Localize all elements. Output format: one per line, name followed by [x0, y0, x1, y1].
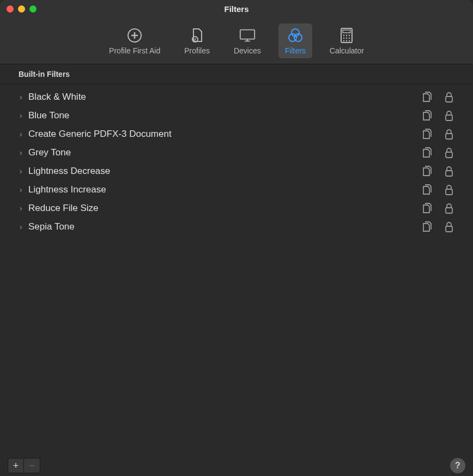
filter-row[interactable]: › Reduce File Size — [0, 199, 473, 218]
svg-rect-24 — [446, 152, 452, 158]
lock-icon — [444, 110, 454, 122]
row-actions — [422, 110, 462, 122]
duplicate-icon[interactable] — [422, 110, 433, 122]
titlebar: Filters Profile First Aid Profiles Devic… — [0, 0, 473, 64]
traffic-lights — [0, 5, 37, 13]
filter-row[interactable]: › Grey Tone — [0, 143, 473, 162]
row-actions — [422, 165, 462, 177]
lock-icon — [444, 165, 454, 177]
lock-icon — [444, 184, 454, 196]
row-actions — [422, 184, 462, 196]
svg-rect-28 — [446, 226, 452, 232]
row-actions — [422, 202, 462, 214]
filter-row[interactable]: › Lightness Decrease — [0, 162, 473, 180]
chevron-right-icon[interactable]: › — [20, 185, 22, 194]
close-button[interactable] — [7, 5, 14, 13]
svg-point-15 — [343, 37, 344, 38]
filter-name: Reduce File Size — [28, 203, 422, 214]
toolbar-item-label: Profiles — [184, 46, 210, 55]
rings-icon — [287, 27, 304, 44]
plus-circle-icon — [126, 27, 143, 44]
toolbar: Profile First Aid Profiles Devices Filte… — [0, 17, 473, 64]
svg-point-14 — [349, 34, 350, 35]
remove-filter-button[interactable]: − — [24, 458, 40, 473]
footer: + − ? — [0, 455, 473, 476]
svg-rect-21 — [446, 97, 452, 102]
duplicate-icon[interactable] — [422, 128, 433, 140]
filter-name: Lightness Increase — [28, 184, 422, 195]
chevron-right-icon[interactable]: › — [20, 167, 22, 176]
svg-rect-23 — [446, 134, 452, 139]
toolbar-item-label: Devices — [234, 46, 261, 55]
filter-row[interactable]: › Lightness Increase — [0, 180, 473, 199]
duplicate-icon[interactable] — [422, 202, 433, 214]
chevron-right-icon[interactable]: › — [20, 148, 22, 157]
svg-rect-26 — [446, 189, 452, 195]
filter-name: Create Generic PDFX-3 Document — [28, 129, 422, 140]
lock-icon — [444, 202, 454, 214]
duplicate-icon[interactable] — [422, 221, 433, 233]
filter-name: Blue Tone — [28, 110, 422, 121]
toolbar-item-filters[interactable]: Filters — [278, 23, 312, 58]
duplicate-icon[interactable] — [422, 184, 433, 196]
help-button[interactable]: ? — [450, 458, 465, 473]
svg-rect-27 — [446, 208, 452, 213]
toolbar-item-label: Filters — [285, 46, 306, 55]
filter-list: › Black & White › Blue Tone › Create Gen… — [0, 85, 473, 455]
svg-point-19 — [346, 40, 347, 41]
svg-point-18 — [343, 40, 344, 41]
add-filter-button[interactable]: + — [8, 458, 24, 473]
lock-icon — [444, 128, 454, 140]
svg-point-12 — [343, 34, 344, 35]
row-actions — [422, 147, 462, 159]
footer-left: + − — [8, 458, 40, 473]
svg-rect-11 — [343, 30, 350, 33]
svg-point-17 — [349, 37, 350, 38]
svg-rect-25 — [446, 171, 452, 176]
duplicate-icon[interactable] — [422, 91, 433, 103]
filter-name: Black & White — [28, 92, 422, 103]
filter-row[interactable]: › Blue Tone — [0, 106, 473, 125]
maximize-button[interactable] — [29, 5, 37, 13]
duplicate-icon[interactable] — [422, 165, 433, 177]
window-title: Filters — [0, 4, 473, 14]
minimize-button[interactable] — [18, 5, 25, 13]
toolbar-item-label: Calculator — [330, 46, 364, 55]
calculator-icon — [338, 27, 355, 44]
duplicate-icon[interactable] — [422, 147, 433, 159]
chevron-right-icon[interactable]: › — [20, 204, 22, 213]
lock-icon — [444, 91, 454, 103]
svg-point-13 — [346, 34, 347, 35]
chevron-right-icon[interactable]: › — [20, 130, 22, 138]
section-header: Built-in Filters — [0, 64, 473, 85]
svg-rect-22 — [446, 115, 452, 120]
row-actions — [422, 221, 462, 233]
filter-row[interactable]: › Sepia Tone — [0, 218, 473, 236]
title-row: Filters — [0, 0, 473, 17]
row-actions — [422, 128, 462, 140]
profile-doc-icon — [189, 27, 206, 44]
toolbar-item-label: Profile First Aid — [109, 46, 160, 55]
filter-name: Sepia Tone — [28, 221, 422, 232]
toolbar-item-profiles[interactable]: Profiles — [178, 23, 216, 58]
app-window: Filters Profile First Aid Profiles Devic… — [0, 0, 473, 476]
toolbar-item-profile-first-aid[interactable]: Profile First Aid — [102, 23, 167, 58]
lock-icon — [444, 221, 454, 233]
filter-row[interactable]: › Black & White — [0, 88, 473, 106]
filter-name: Lightness Decrease — [28, 166, 422, 177]
chevron-right-icon[interactable]: › — [20, 111, 22, 120]
chevron-right-icon[interactable]: › — [20, 222, 22, 231]
svg-rect-4 — [240, 29, 254, 39]
svg-point-16 — [346, 37, 347, 38]
filter-row[interactable]: › Create Generic PDFX-3 Document — [0, 125, 473, 143]
filter-name: Grey Tone — [28, 147, 422, 158]
chevron-right-icon[interactable]: › — [20, 93, 22, 101]
monitor-icon — [239, 27, 256, 44]
lock-icon — [444, 147, 454, 159]
row-actions — [422, 91, 462, 103]
toolbar-item-devices[interactable]: Devices — [227, 23, 268, 58]
toolbar-item-calculator[interactable]: Calculator — [323, 23, 371, 58]
svg-point-20 — [349, 40, 350, 41]
